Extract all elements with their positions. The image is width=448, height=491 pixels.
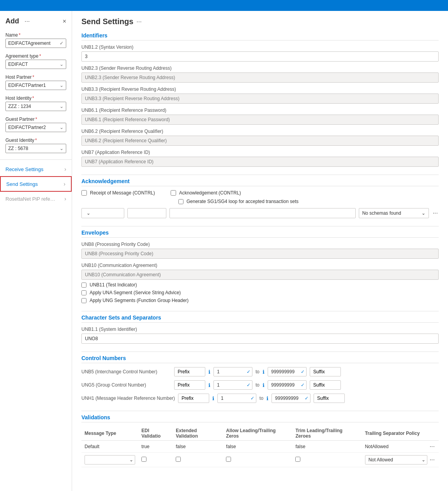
unb5-to-check-icon: ✓ xyxy=(301,369,305,374)
default-trailing-separator: NotAllowed ··· xyxy=(362,441,439,452)
ung5-info-icon: ℹ xyxy=(208,382,210,388)
edit-trim-leading-cell xyxy=(292,453,362,467)
edit-allow-leading-checkbox[interactable] xyxy=(226,457,231,462)
default-trim-leading: false xyxy=(292,441,362,453)
send-settings-chevron: › xyxy=(63,181,65,187)
schema-ellipsis-button[interactable]: ··· xyxy=(432,210,439,217)
unh1-from[interactable]: 1 ✓ xyxy=(217,394,256,403)
ung5-label: UNG5 (Group Control Number) xyxy=(81,382,171,388)
receive-settings-chevron: › xyxy=(64,166,66,172)
unb5-from[interactable]: 1 ✓ xyxy=(213,367,252,376)
receipt-of-message-checkbox[interactable] xyxy=(81,190,87,196)
unb11-checkbox[interactable] xyxy=(81,283,86,288)
agreement-type-input[interactable]: EDIFACT ⌄ xyxy=(5,60,66,69)
unh1-check-icon: ✓ xyxy=(250,396,254,401)
unh1-to-value[interactable]: 999999999 ✓ xyxy=(272,394,310,403)
ack-checkboxes-row: Receipt of Message (CONTRL) Acknowledgem… xyxy=(81,190,439,204)
unb5-suffix[interactable] xyxy=(310,367,341,376)
schema-dropdown[interactable]: ⌄ xyxy=(81,208,124,218)
system-identifier-label: UNB1.1 (System Identifier) xyxy=(81,327,439,332)
unb23-label: UNB2.3 (Sender Reverse Routing Address) xyxy=(81,65,439,71)
edit-allow-leading-cell xyxy=(223,453,292,467)
name-input[interactable]: EDIFACTAgreement ✓ xyxy=(5,39,66,48)
schema-input-1[interactable] xyxy=(127,208,166,218)
sidebar-item-rosettanet[interactable]: RosettaNet PiP referen › xyxy=(0,192,72,206)
unb11-row: UNB11 (Test Indicator) xyxy=(81,282,439,288)
unh1-suffix[interactable] xyxy=(314,394,345,403)
ung5-prefix[interactable] xyxy=(174,380,205,390)
edit-extended-validation-checkbox[interactable] xyxy=(176,457,181,462)
ung-row: Apply UNG Segments (Function Group Heade… xyxy=(81,298,439,303)
unb8-input[interactable] xyxy=(81,249,439,259)
guest-partner-input[interactable]: EDIFACTPartner2 ⌄ xyxy=(5,123,66,132)
una-checkbox[interactable] xyxy=(81,290,86,295)
unb8-label: UNB8 (Processing Priority Code) xyxy=(81,242,439,247)
edit-trim-leading-checkbox[interactable] xyxy=(295,457,300,462)
generate-sg-checkbox[interactable] xyxy=(178,199,183,204)
default-row-ellipsis-button[interactable]: ··· xyxy=(429,443,436,450)
host-identity-group: Host Identity* ZZZ : 1234 ⌄ xyxy=(0,94,72,113)
identifiers-section: Identifiers UNB1.2 (Syntax Version) UNB2… xyxy=(81,32,439,167)
default-allow-leading: false xyxy=(223,441,292,453)
unb7-label: UNB7 (Application Reference ID) xyxy=(81,150,439,155)
edit-edi-validation-cell xyxy=(138,453,173,467)
edit-trailing-separator-dropdown[interactable]: Not Allowed ⌄ xyxy=(365,455,427,465)
ung-label: Apply UNG Segments (Function Group Heade… xyxy=(90,298,189,303)
edit-message-type-dropdown[interactable]: ⌄ xyxy=(85,455,135,465)
control-numbers-section: Control Numbers UNB5 (Interchange Contro… xyxy=(81,355,439,403)
envelopes-title: Envelopes xyxy=(81,230,439,238)
unh1-info-icon: ℹ xyxy=(212,396,214,401)
schema-row: ⌄ No schemas found ⌄ ··· xyxy=(81,208,439,218)
main-ellipsis[interactable]: ··· xyxy=(136,18,141,25)
acknowledgement-contrl-checkbox[interactable] xyxy=(171,190,176,196)
guest-identity-group: Guest Identity* ZZ : 5678 ⌄ xyxy=(0,136,72,155)
receive-settings-label: Receive Settings xyxy=(5,166,44,172)
host-identity-input[interactable]: ZZZ : 1234 ⌄ xyxy=(5,102,66,111)
ung5-suffix[interactable] xyxy=(310,380,341,390)
schemas-found-chevron: ⌄ xyxy=(422,210,425,216)
unb7-input[interactable] xyxy=(81,157,439,167)
sidebar-item-receive-settings[interactable]: Receive Settings › xyxy=(0,162,72,176)
acknowledgement-section: Acknowledgement Receipt of Message (CONT… xyxy=(81,178,439,218)
ack-col-right: Acknowledgement (CONTRL) Generate SG1/SG… xyxy=(171,190,299,204)
unb61-input[interactable] xyxy=(81,115,439,125)
ung5-to-info-icon: ℹ xyxy=(263,382,265,388)
unb5-info-icon: ℹ xyxy=(208,369,210,375)
unb12-label: UNB1.2 (Syntax Version) xyxy=(81,44,439,50)
top-bar xyxy=(0,0,448,11)
main-header: Send Settings ··· xyxy=(81,17,439,26)
una-row: Apply UNA Segment (Service String Advice… xyxy=(81,290,439,295)
unb12-input[interactable] xyxy=(81,51,439,62)
unb5-to-value[interactable]: 999999999 ✓ xyxy=(268,367,307,376)
validations-section: Validations Message Type EDI Validation … xyxy=(81,414,439,467)
unb33-input[interactable] xyxy=(81,94,439,104)
agreement-type-label: Agreement type* xyxy=(5,53,66,59)
schema-dropdown-chevron: ⌄ xyxy=(86,210,90,216)
host-partner-group: Host Partner* EDIFACTPartner1 ⌄ xyxy=(0,73,72,92)
close-button[interactable]: × xyxy=(63,18,66,25)
ung5-from[interactable]: 1 ✓ xyxy=(213,380,252,390)
sidebar: Add ··· × Name* EDIFACTAgreement ✓ Agree… xyxy=(0,11,72,491)
unb23-input[interactable] xyxy=(81,72,439,83)
unh1-prefix[interactable] xyxy=(178,394,209,403)
edit-edi-validation-checkbox[interactable] xyxy=(141,457,146,462)
sidebar-item-send-settings[interactable]: Send Settings › xyxy=(0,176,72,192)
guest-identity-input[interactable]: ZZ : 5678 ⌄ xyxy=(5,144,66,153)
schema-input-2[interactable] xyxy=(169,208,356,218)
guest-partner-group: Guest Partner* EDIFACTPartner2 ⌄ xyxy=(0,115,72,134)
guest-identity-label: Guest Identity* xyxy=(5,138,66,143)
host-partner-input[interactable]: EDIFACTPartner1 ⌄ xyxy=(5,81,66,90)
edit-row-ellipsis-button[interactable]: ··· xyxy=(429,456,436,463)
unb5-prefix[interactable] xyxy=(174,367,205,376)
unb10-input[interactable] xyxy=(81,270,439,280)
validations-edit-row: ⌄ xyxy=(81,453,439,467)
ung-checkbox[interactable] xyxy=(81,298,86,303)
ung5-to-value[interactable]: 999999999 ✓ xyxy=(268,380,307,390)
sidebar-ellipsis[interactable]: ··· xyxy=(25,18,30,25)
unb62-input[interactable] xyxy=(81,136,439,146)
not-allowed-label: Not Allowed xyxy=(369,457,393,463)
main-content: Send Settings ··· Identifiers UNB1.2 (Sy… xyxy=(72,11,448,491)
sidebar-title: Add xyxy=(5,17,19,25)
system-identifier-input[interactable] xyxy=(81,334,439,344)
schemas-found-dropdown[interactable]: No schemas found ⌄ xyxy=(359,208,429,218)
